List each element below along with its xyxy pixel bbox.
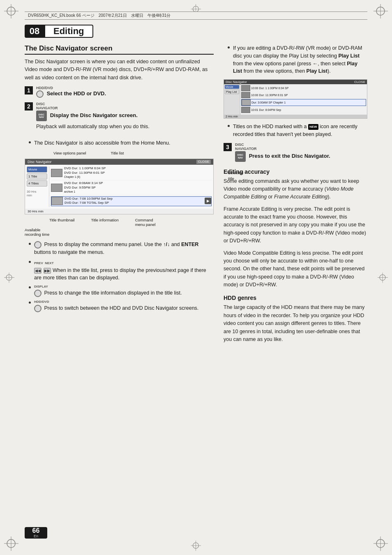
bullet-home-menu-text: The Disc Navigator is also accessible fr… <box>34 139 170 147</box>
control-bullet-2: PREV NEXT ◀◀ ▶▶ When in the title list, … <box>29 259 214 282</box>
bottom-label-info: Title information <box>91 218 118 227</box>
editing-accuracy-para2: Frame Accurate Editing is very precise. … <box>224 205 367 245</box>
small-ss-bar: Disc Navigator CLOSE <box>224 80 367 84</box>
ss-thumb-2 <box>241 92 250 98</box>
diagram-bottom-labels: Title thumbnail Title information Comman… <box>25 218 214 227</box>
two-col-layout: The Disc Navigator screen The Disc Navig… <box>25 44 367 348</box>
step-3-text: Press to exit the Disc Navigator. <box>249 153 330 159</box>
diag-panel-movie[interactable]: Movie <box>27 166 47 173</box>
step-2-sub: Playback will automatically stop when yo… <box>36 123 214 131</box>
small-ss-right: 10:00 Dur: 1 1:00PM 6:04 SP 10:00 Dur: 1… <box>240 84 367 115</box>
ss-foot-text: 2 Hrs min <box>226 115 238 118</box>
step-3-number: 3 <box>224 143 232 151</box>
bottom-label-command: Commandmenu panel <box>135 218 156 227</box>
small-ss-close: CLOSE <box>354 80 365 84</box>
intro-text: The Disc Navigator screen is where you c… <box>25 58 214 82</box>
diag-body: Movie 1 Title 4 Titles 30 Hrsmin DVD <box>25 165 213 209</box>
diag-info-2: DVD Dur: 8:08AM 3:14 SPDVD Dur: 9:55PM S… <box>64 181 212 194</box>
ss-thumb-3 <box>242 99 251 106</box>
page-en: En <box>34 534 38 538</box>
diag-titlebar: Disc Navigator CLOSE <box>25 159 213 165</box>
diag-right-panel: DVD Dur: 1 1:00PM 6:04 SPDVD Dur: 11:30P… <box>51 166 212 207</box>
ss-left-playlist[interactable]: Play List <box>225 90 239 94</box>
col-left: The Disc Navigator screen The Disc Navig… <box>25 44 214 348</box>
control-bullet-4-text: HDD/DVD Press to switch between the HDD … <box>34 299 198 312</box>
top-right-reg <box>374 4 388 18</box>
diag-panel-1title[interactable]: 1 Title <box>27 173 47 180</box>
small-ss-title: Disc Navigator <box>226 80 247 84</box>
diagram-wrapper: Disc Navigator CLOSE Movie 1 Title 4 Tit… <box>25 159 214 214</box>
col-right: If you are editing a DVD-R/-RW (VR mode)… <box>224 44 367 348</box>
diag-title-row-2: DVD Dur: 8:08AM 3:14 SPDVD Dur: 9:55PM S… <box>51 181 212 195</box>
ss-row-4-text: 10:01 Dur: 8:04PM Sep <box>251 108 281 111</box>
control-bullet-4: HDD/DVD Press to switch between the HDD … <box>29 299 214 312</box>
diag-title-text: Disc Navigator <box>28 160 52 164</box>
control-bullet-3-text: DISPLAY Press to change the title inform… <box>34 284 182 297</box>
control-bullet-1: Press to display the command menu panel.… <box>29 241 214 256</box>
editing-accuracy-heading: Editing accuracy <box>224 168 367 175</box>
editing-accuracy-para1: Some editing commands ask you whether yo… <box>224 177 367 201</box>
bottom-right-reg <box>374 537 388 551</box>
step-1-text: Select the HDD or DVD. <box>47 91 106 97</box>
step-1-icon <box>36 90 44 98</box>
ss-row-2-text: 10:00 Dur: 11:30PM 6:01 SP <box>251 94 288 97</box>
right-bullet-2-text: Titles on the HDD marked with a NEW icon… <box>233 123 367 138</box>
step-2: 2 DISCNAVIGATOR DISCNAV Display the Disc… <box>25 102 214 135</box>
right-bullet-1: If you are editing a DVD-R/-RW (VR mode)… <box>228 44 367 75</box>
diag-cmd-btn[interactable]: ▶ <box>205 198 211 204</box>
diag-title-row-1: DVD Dur: 1 1:00PM 6:04 SPDVD Dur: 11:30P… <box>51 166 212 180</box>
ss-left-movie[interactable]: Movie <box>225 85 239 89</box>
chapter-header: 08 Editing <box>25 25 367 38</box>
left-mid-reg <box>4 272 14 283</box>
ss-row-3: Dur: 3:00AM SP Chapter 1 <box>241 99 366 106</box>
diag-thumb-3 <box>51 197 63 205</box>
small-ss-left: Movie Play List <box>224 84 240 115</box>
bullet-dot-3 <box>29 286 31 288</box>
top-label-view-options: View options panel <box>53 151 86 155</box>
diag-bottom: 30 Hrs min <box>25 209 213 214</box>
step-2-content: DISCNAVIGATOR DISCNAV Display the Disc N… <box>36 102 214 135</box>
section-title: The Disc Navigator screen <box>25 44 214 55</box>
right-bullet-dot-1 <box>228 46 230 48</box>
hdd-genres-heading: HDD genres <box>224 295 367 301</box>
step-1-number: 1 <box>25 86 33 94</box>
right-mid-reg <box>378 272 388 283</box>
diag-panel-4titles[interactable]: 4 Titles <box>27 180 47 187</box>
diag-thumb-1 <box>51 169 62 177</box>
bottom-mid-reg <box>191 541 201 551</box>
right-bullet-dot-2 <box>228 125 230 127</box>
hdd-genres-text: The large capacity of the HDD means that… <box>224 304 367 343</box>
small-screenshot: Disc Navigator CLOSE Movie Play List 10:… <box>224 79 367 119</box>
control-bullet-2-text: PREV NEXT ◀◀ ▶▶ When in the title list, … <box>34 259 214 282</box>
diag-thumb-2 <box>51 184 62 192</box>
control-bullets: Press to display the command menu panel.… <box>29 241 214 312</box>
step-1-content: HDD/DVD Select the HDD or DVD. <box>36 86 214 98</box>
right-bullet-list-2: Titles on the HDD marked with a NEW icon… <box>228 123 367 138</box>
step-1-icon-label: HDD/DVD <box>36 86 214 90</box>
step-3-content: DISCNAVIGATOR DISCNAV Press to exit the … <box>235 143 367 162</box>
available-recording-label: Availablerecording time <box>25 228 214 237</box>
right-bullet-list: If you are editing a DVD-R/-RW (VR mode)… <box>228 44 367 75</box>
editing-accuracy-para3: Video Mode Compatible Editing is less pr… <box>224 249 367 289</box>
diag-close-btn: CLOSE <box>196 160 211 164</box>
diag-left-panel: Movie 1 Title 4 Titles 30 Hrsmin <box>27 166 49 207</box>
ss-row-4: 10:01 Dur: 8:04PM Sep <box>241 107 366 113</box>
bullet-list-home: The Disc Navigator is also accessible fr… <box>29 139 214 147</box>
bullet-dot-4 <box>29 302 31 304</box>
step-1: 1 HDD/DVD Select the HDD or DVD. <box>25 86 214 98</box>
file-info: DVR650HK_KC_EN.book 66 ページ 2007年2月21日 水曜… <box>28 13 171 18</box>
ss-row-2: 10:00 Dur: 11:30PM 6:01 SP <box>241 92 366 98</box>
bullet-dot <box>29 141 31 143</box>
bullet-home-menu: The Disc Navigator is also accessible fr… <box>29 139 214 147</box>
main-content: 08 Editing The Disc Navigator screen The… <box>25 25 367 530</box>
ss-row-1: 10:00 Dur: 1 1:00PM 6:04 SP <box>241 85 366 91</box>
ss-row-3-text: Dur: 3:00AM SP Chapter 1 <box>251 101 286 104</box>
top-label-title-list: Title list <box>111 151 124 155</box>
disc-navigator-diagram: Disc Navigator CLOSE Movie 1 Title 4 Tit… <box>25 159 214 214</box>
diag-info-3: DVD Dur: 7:08 10:58PM Sat SepDVD Dur: 7:… <box>65 197 205 205</box>
right-bullet-1-text: If you are editing a DVD-R/-RW (VR mode)… <box>233 44 367 75</box>
top-left-reg <box>4 4 18 18</box>
diagram-top-labels: View options panel Title list <box>25 151 214 155</box>
diag-bottom-left: 30 Hrs min <box>28 210 44 213</box>
step-2-number: 2 <box>25 102 33 111</box>
